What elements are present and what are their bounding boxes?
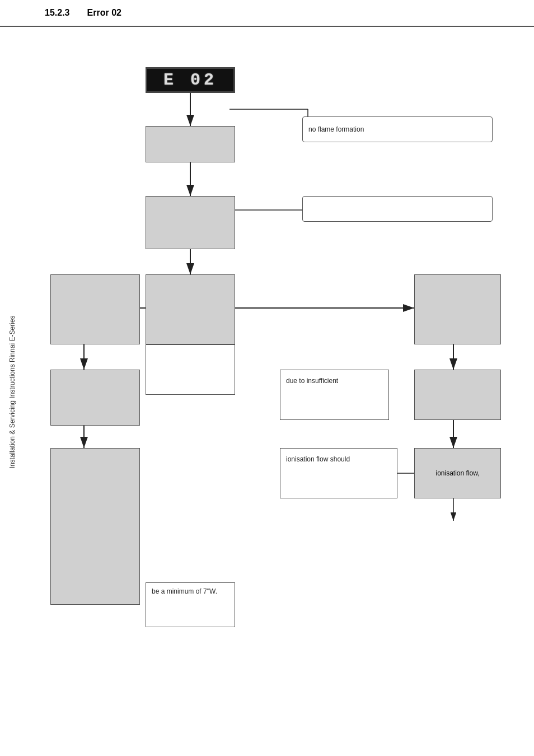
flow-box-right-2	[414, 370, 501, 420]
flow-box-left-2	[50, 370, 140, 426]
flow-box-left	[50, 274, 140, 344]
flow-box-2	[146, 196, 235, 249]
flow-box-3-center	[146, 274, 235, 344]
due-insufficient-box: due to insufficient	[280, 370, 389, 420]
flow-box-1	[146, 126, 235, 162]
ionisation-flow-should-box: ionisation flow should	[280, 448, 397, 498]
no-flame-box: no flame formation	[302, 116, 493, 142]
error-code: E 02	[163, 71, 217, 90]
flow-box-right-3: ionisation flow,	[414, 448, 501, 498]
flow-box-left-3	[50, 448, 140, 605]
flow-box-right	[414, 274, 501, 344]
page-header: 15.2.3 Error 02	[0, 0, 534, 27]
sidebar-label: Installation & Servicing Instructions Ri…	[8, 316, 16, 469]
section-title: 15.2.3 Error 02	[45, 8, 121, 18]
diagram-container: E 02 no flame formation due to insuffici…	[28, 34, 523, 745]
error-display: E 02	[146, 67, 235, 93]
be-minimum-box: be a minimum of 7"W.	[146, 582, 235, 627]
box1-label	[302, 196, 493, 222]
center-sub-box	[146, 344, 235, 395]
